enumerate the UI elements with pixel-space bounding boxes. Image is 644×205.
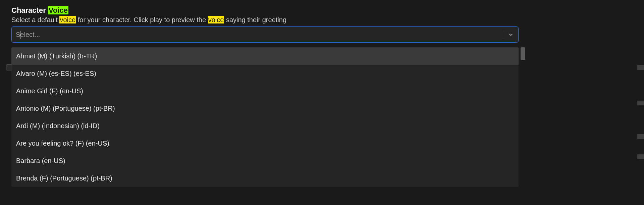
- section-title: Character Voice: [11, 6, 634, 15]
- voice-option[interactable]: Ardi (M) (Indonesian) (id-ID): [11, 117, 519, 135]
- voice-select[interactable]: Ahmet (M) (Turkish) (tr-TR)Alvaro (M) (e…: [11, 27, 519, 187]
- text-caret: [20, 31, 20, 39]
- title-prefix: Character: [11, 6, 48, 14]
- voice-option[interactable]: Antonio (M) (Portuguese) (pt-BR): [11, 100, 519, 117]
- voice-option[interactable]: Barbara (en-US): [11, 152, 519, 169]
- voice-option[interactable]: Anime Girl (F) (en-US): [11, 82, 519, 100]
- title-highlight: Voice: [48, 6, 68, 14]
- find-marker[interactable]: [637, 154, 644, 159]
- background-checkbox[interactable]: [6, 64, 12, 70]
- scrollbar-track[interactable]: [521, 47, 525, 205]
- select-separator: [504, 30, 504, 39]
- voice-option[interactable]: Are you feeling ok? (F) (en-US): [11, 135, 519, 152]
- section-description: Select a default voice for your characte…: [11, 16, 634, 24]
- desc-part2: for your character. Click play to previe…: [76, 16, 208, 23]
- find-marker[interactable]: [637, 101, 644, 105]
- find-marker[interactable]: [637, 65, 644, 70]
- desc-part3: saying their greeting: [224, 16, 286, 23]
- find-result-markers: [637, 0, 644, 205]
- voice-options-menu: Ahmet (M) (Turkish) (tr-TR)Alvaro (M) (e…: [11, 47, 519, 187]
- find-marker[interactable]: [637, 134, 644, 139]
- voice-option[interactable]: Alvaro (M) (es-ES) (es-ES): [11, 65, 519, 82]
- desc-highlight-1: voice: [59, 16, 76, 23]
- voice-option[interactable]: Ahmet (M) (Turkish) (tr-TR): [11, 47, 519, 65]
- voice-select-control[interactable]: [11, 27, 519, 43]
- chevron-down-icon[interactable]: [507, 31, 514, 38]
- voice-select-input[interactable]: [16, 27, 502, 42]
- scrollbar-thumb[interactable]: [521, 47, 525, 60]
- desc-part1: Select a default: [11, 16, 59, 23]
- voice-option[interactable]: Brenda (F) (Portuguese) (pt-BR): [11, 169, 519, 187]
- desc-highlight-2: voice: [208, 16, 224, 23]
